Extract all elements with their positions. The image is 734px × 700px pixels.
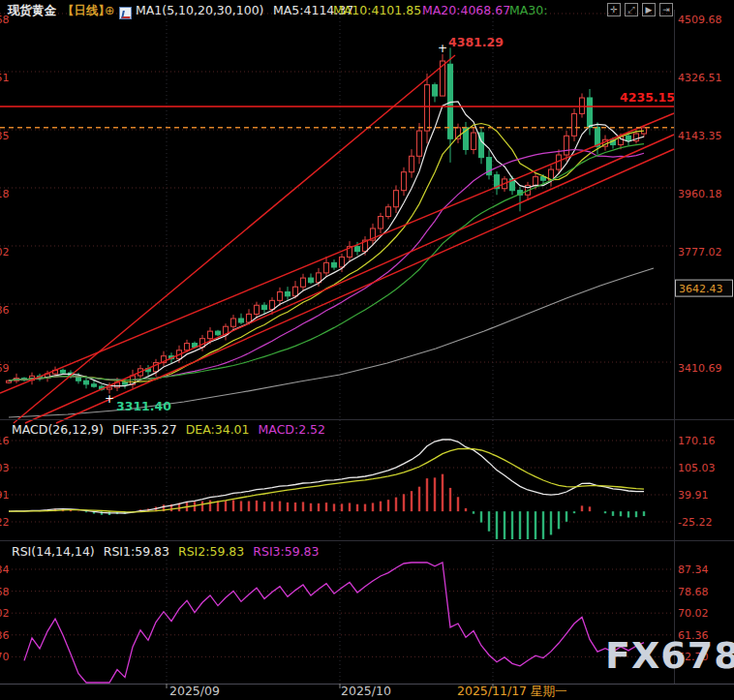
candle: [394, 191, 399, 207]
high-annotation: 4381.29: [448, 35, 504, 49]
ma10-value: MA10:4101.85: [333, 3, 421, 17]
candle: [472, 133, 476, 149]
trendline: [0, 113, 674, 393]
fx678-watermark: FX678: [605, 634, 734, 677]
play-axis-icon[interactable]: ▶: [642, 3, 656, 16]
rsi-header: RSI(14,14,14) RSI1:59.83 RSI2:59.83 RSI3…: [12, 544, 320, 559]
chart-canvas[interactable]: 4235.15+4381.29+3311.404509.684509.68432…: [0, 0, 734, 700]
macd-header: MACD(26,12,9) DIFF:35.27 DEA:34.01 MACD:…: [12, 422, 325, 437]
chart-toolbar: ✛ ⤢ ▶ ⇥: [607, 3, 673, 16]
candle: [107, 387, 112, 389]
kline-style-icon[interactable]: [119, 7, 132, 19]
candle: [588, 98, 593, 127]
candle: [61, 370, 66, 373]
period-label[interactable]: 【日线】: [62, 3, 110, 17]
macd-title[interactable]: MACD(26,12,9): [12, 422, 104, 437]
x-axis-label-sep: 2025/09: [169, 684, 220, 698]
candle: [255, 305, 260, 314]
candle: [332, 262, 337, 267]
candle: [216, 331, 221, 335]
candle: [410, 156, 414, 171]
svg-text:4326.51: 4326.51: [0, 72, 10, 84]
rsi-line: [24, 563, 644, 683]
candle: [247, 314, 252, 322]
candle: [293, 287, 298, 296]
candle: [596, 127, 600, 146]
candle: [92, 384, 97, 386]
candle: [309, 278, 314, 283]
svg-text:78.68: 78.68: [0, 586, 10, 598]
ma30-value: MA30:: [509, 3, 547, 17]
trendline: [14, 55, 455, 423]
svg-text:3777.02: 3777.02: [678, 246, 722, 259]
candle: [286, 292, 291, 296]
svg-text:170.16: 170.16: [0, 435, 10, 447]
svg-text:3960.18: 3960.18: [678, 188, 722, 200]
rsi3-value: RSI3:59.83: [253, 544, 319, 559]
ma5-line: [9, 102, 644, 386]
candle: [417, 131, 422, 156]
svg-text:87.34: 87.34: [0, 563, 10, 576]
low-annotation: 3311.40: [116, 399, 171, 413]
rsi2-value: RSI2:59.83: [178, 544, 244, 559]
svg-text:170.16: 170.16: [678, 435, 716, 447]
svg-text:4143.35: 4143.35: [678, 130, 722, 142]
svg-text:87.34: 87.34: [678, 563, 709, 576]
candle: [317, 273, 321, 283]
trendline: [56, 149, 674, 423]
x-axis-label-current-date: 2025/11/17 星期一: [457, 684, 567, 698]
svg-text:70.02: 70.02: [0, 607, 10, 620]
svg-text:3410.69: 3410.69: [0, 362, 10, 375]
svg-text:4143.35: 4143.35: [0, 130, 10, 142]
svg-text:52.70: 52.70: [0, 651, 10, 663]
svg-text:3593.86: 3593.86: [0, 304, 10, 317]
fit-zoom-icon[interactable]: ⤢: [625, 3, 638, 16]
x-axis-label-oct: 2025/10: [341, 684, 391, 698]
candle: [425, 85, 430, 132]
svg-text:61.36: 61.36: [0, 629, 10, 642]
svg-text:-25.22: -25.22: [0, 516, 10, 529]
svg-text:70.02: 70.02: [678, 607, 709, 620]
macd-value: MACD:2.52: [259, 422, 326, 437]
candle: [239, 319, 244, 322]
candle: [84, 380, 89, 384]
candle: [534, 177, 538, 186]
expand-plus-icon[interactable]: ⊕: [105, 3, 114, 17]
candle: [386, 207, 391, 217]
svg-text:+: +: [105, 392, 114, 406]
rsi-title[interactable]: RSI(14,14,14): [12, 544, 95, 559]
candle: [402, 172, 407, 191]
svg-text:105.03: 105.03: [678, 462, 716, 474]
macd-dea-value: DEA:34.01: [186, 422, 250, 437]
svg-text:4326.51: 4326.51: [678, 72, 722, 84]
pan-icon[interactable]: ✛: [607, 3, 621, 16]
trading-app-window: 4235.15+4381.29+3311.404509.684509.68432…: [0, 0, 734, 700]
candle: [324, 262, 329, 272]
shift-right-icon[interactable]: ⇥: [659, 3, 673, 16]
svg-text:+: +: [438, 42, 447, 55]
candle: [301, 278, 306, 287]
candle: [278, 292, 283, 301]
candle: [580, 98, 585, 113]
rsi1-value: RSI1:59.83: [104, 544, 169, 559]
candle: [355, 247, 360, 252]
candle: [627, 136, 631, 140]
candle: [565, 136, 569, 155]
candle: [231, 319, 236, 326]
svg-text:3410.69: 3410.69: [678, 362, 722, 375]
candle: [7, 380, 12, 382]
candle: [208, 331, 213, 339]
macd-diff-line: [9, 440, 644, 513]
candle: [340, 257, 345, 266]
svg-text:3777.02: 3777.02: [0, 246, 10, 259]
svg-text:39.91: 39.91: [0, 489, 10, 502]
macd-diff-value: DIFF:35.27: [112, 422, 177, 437]
svg-text:4509.68: 4509.68: [678, 14, 722, 26]
ma-settings-label[interactable]: MA1(5,10,20,30,100): [136, 3, 263, 17]
candle: [262, 305, 267, 309]
price-marker-label: 3642.43: [679, 283, 723, 295]
price-chart-svg: 4235.15+4381.29+3311.404509.684509.68432…: [0, 0, 734, 700]
candle: [379, 217, 383, 228]
resistance-label: 4235.15: [620, 90, 675, 105]
svg-text:39.91: 39.91: [678, 489, 709, 502]
